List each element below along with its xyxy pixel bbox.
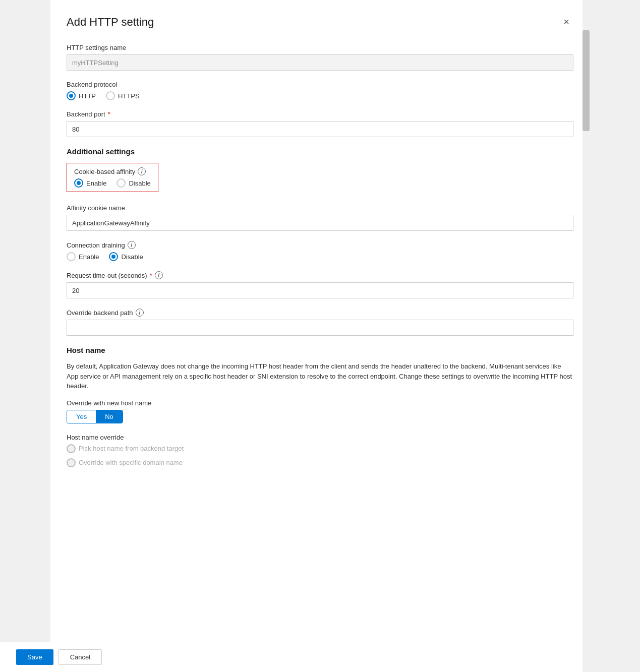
request-timeout-input[interactable] xyxy=(67,282,573,298)
cookie-affinity-section: Cookie-based affinity i Enable Disable xyxy=(67,163,573,194)
connection-draining-radio-group: Enable Disable xyxy=(67,252,573,261)
override-specific-domain-radio[interactable] xyxy=(67,458,76,467)
affinity-disable-option[interactable]: Disable xyxy=(117,178,150,188)
scrollbar-thumb[interactable] xyxy=(583,30,590,131)
protocol-https-radio[interactable] xyxy=(106,91,115,100)
dialog-title: Add HTTP setting xyxy=(67,16,154,29)
save-button[interactable]: Save xyxy=(50,649,53,665)
http-settings-name-label: HTTP settings name xyxy=(67,44,573,51)
request-timeout-section: Request time-out (seconds) * i xyxy=(67,271,573,298)
override-host-name-no-button[interactable]: No xyxy=(96,410,123,423)
protocol-https-option[interactable]: HTTPS xyxy=(106,91,140,100)
affinity-enable-label: Enable xyxy=(86,179,106,187)
pick-host-from-backend-radio[interactable] xyxy=(67,444,76,453)
draining-disable-option[interactable]: Disable xyxy=(109,252,143,261)
pick-host-from-backend-label: Pick host name from backend target xyxy=(79,445,184,452)
backend-port-label: Backend port * xyxy=(67,110,573,118)
connection-draining-info-icon[interactable]: i xyxy=(128,241,136,249)
affinity-enable-radio[interactable] xyxy=(74,178,83,188)
request-timeout-info-icon[interactable]: i xyxy=(155,271,163,279)
host-name-override-radio-group: Pick host name from backend target Overr… xyxy=(67,444,573,467)
backend-port-required: * xyxy=(108,110,110,118)
pick-host-from-backend-option[interactable]: Pick host name from backend target xyxy=(67,444,184,453)
dialog-header: Add HTTP setting × xyxy=(67,14,573,30)
host-name-section: Host name By default, Application Gatewa… xyxy=(67,346,573,467)
draining-enable-option[interactable]: Enable xyxy=(67,252,99,261)
draining-disable-radio[interactable] xyxy=(109,252,118,261)
affinity-cookie-name-label: Affinity cookie name xyxy=(67,204,573,212)
affinity-cookie-name-input[interactable] xyxy=(67,215,573,231)
protocol-https-label: HTTPS xyxy=(118,92,140,100)
affinity-disable-label: Disable xyxy=(129,179,150,187)
affinity-cookie-name-section: Affinity cookie name xyxy=(67,204,573,231)
override-host-name-section: Override with new host name Yes No xyxy=(67,399,573,423)
cookie-affinity-info-icon[interactable]: i xyxy=(138,167,146,175)
override-specific-domain-option[interactable]: Override with specific domain name xyxy=(67,458,183,467)
host-name-override-section: Host name override Pick host name from b… xyxy=(67,434,573,467)
scrollbar[interactable] xyxy=(583,0,590,672)
protocol-http-option[interactable]: HTTP xyxy=(67,91,96,100)
cookie-affinity-radio-group: Enable Disable xyxy=(74,178,151,188)
additional-settings-header: Additional settings xyxy=(67,147,573,156)
close-button[interactable]: × xyxy=(559,14,573,30)
draining-enable-label: Enable xyxy=(79,253,99,261)
override-backend-path-info-icon[interactable]: i xyxy=(136,309,144,317)
http-settings-name-input[interactable] xyxy=(67,54,573,71)
host-name-override-label: Host name override xyxy=(67,434,573,441)
cookie-affinity-box: Cookie-based affinity i Enable Disable xyxy=(67,163,158,192)
override-host-name-toggle-group: Yes No xyxy=(67,410,123,423)
host-name-header: Host name xyxy=(67,346,573,354)
affinity-enable-option[interactable]: Enable xyxy=(74,178,106,188)
override-backend-path-label: Override backend path i xyxy=(67,309,573,317)
backend-protocol-radio-group: HTTP HTTPS xyxy=(67,91,573,100)
connection-draining-label: Connection draining i xyxy=(67,241,573,249)
cookie-affinity-label: Cookie-based affinity i xyxy=(74,167,151,175)
http-settings-name-section: HTTP settings name xyxy=(67,44,573,71)
draining-disable-label: Disable xyxy=(121,253,143,261)
add-http-setting-dialog: Add HTTP setting × HTTP settings name Ba… xyxy=(50,0,590,672)
backend-protocol-label: Backend protocol xyxy=(67,81,573,88)
cancel-button[interactable]: Cancel xyxy=(59,649,102,665)
host-name-description: By default, Application Gateway does not… xyxy=(67,361,573,391)
protocol-http-radio[interactable] xyxy=(67,91,76,100)
request-timeout-label: Request time-out (seconds) * i xyxy=(67,271,573,279)
connection-draining-section: Connection draining i Enable Disable xyxy=(67,241,573,261)
override-backend-path-section: Override backend path i xyxy=(67,309,573,336)
draining-enable-radio[interactable] xyxy=(67,252,76,261)
protocol-http-label: HTTP xyxy=(79,92,96,100)
override-backend-path-input[interactable] xyxy=(67,320,573,336)
override-specific-domain-label: Override with specific domain name xyxy=(79,459,183,466)
dialog-footer: Save Cancel xyxy=(50,642,539,672)
override-host-name-label: Override with new host name xyxy=(67,399,573,407)
backend-port-section: Backend port * xyxy=(67,110,573,137)
backend-protocol-section: Backend protocol HTTP HTTPS xyxy=(67,81,573,100)
request-timeout-required: * xyxy=(150,272,152,279)
override-host-name-yes-button[interactable]: Yes xyxy=(67,410,96,423)
backend-port-input[interactable] xyxy=(67,121,573,137)
affinity-disable-radio[interactable] xyxy=(117,178,126,188)
